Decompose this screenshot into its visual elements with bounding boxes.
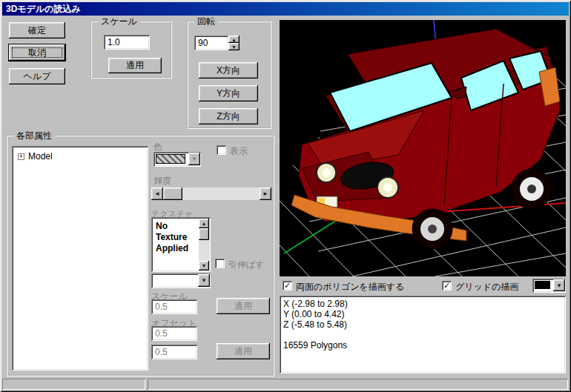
titlebar[interactable]: 3Dモデルの読込み [2, 2, 569, 16]
brightness-label: 輝度 [154, 175, 171, 187]
info-polygon-count: 16559 Polygons [283, 340, 562, 351]
tree-item-label: Model [28, 151, 53, 162]
checkmark-icon: ✓ [443, 281, 450, 290]
car-front-wheel [412, 209, 452, 249]
texture-scrollbar[interactable]: ▲ ▼ [199, 219, 209, 270]
chevron-down-icon: ▼ [556, 282, 562, 289]
tree-expand-icon[interactable]: + [18, 153, 24, 160]
grid-color-dropdown-button[interactable]: ▼ [553, 279, 565, 291]
rotate-z-button[interactable]: Z方向 [199, 108, 258, 124]
scroll-left-icon: ◄ [154, 190, 160, 197]
grid-color-swatch [535, 281, 550, 289]
tree-item-model[interactable]: + Model [18, 151, 53, 162]
attributes-group-title: 各部属性 [13, 130, 55, 142]
info-y-range: Y (0.00 to 4.42) [283, 309, 562, 319]
viewport-canvas [280, 20, 566, 276]
scroll-right-icon: ► [263, 190, 268, 197]
both-faces-checkbox[interactable]: ✓ [283, 281, 292, 290]
chevron-down-icon: ▼ [201, 277, 207, 284]
brightness-scrollbar[interactable]: ◄ ► [151, 187, 271, 200]
color-dropdown[interactable]: ▼ [154, 152, 201, 167]
rotate-spin-up-button[interactable]: ▲ [228, 36, 240, 43]
confirm-button[interactable]: 確定 [9, 22, 65, 39]
grid-color-dropdown[interactable]: ▼ [532, 279, 566, 293]
rotate-angle-input[interactable] [194, 36, 228, 50]
draw-grid-checkbox[interactable]: ✓ [442, 281, 452, 290]
statusbar-right [148, 379, 568, 390]
scroll-right-button[interactable]: ► [260, 187, 271, 200]
rotate-y-button[interactable]: Y方向 [199, 85, 258, 102]
scroll-up-icon: ▲ [202, 221, 207, 226]
both-faces-checkbox-label: 両面のポリゴンを描画する [296, 281, 404, 293]
scale-group-title: スケール [98, 16, 140, 28]
dialog-3d-model-load: { "window": { "title": "3Dモデルの読込み" }, "a… [0, 0, 571, 392]
window-title: 3Dモデルの読込み [6, 4, 81, 14]
texture-scrollbar-thumb[interactable] [199, 228, 209, 240]
color-swatch [156, 154, 185, 164]
texture-box[interactable]: No Texture Applied ▲ ▼ [151, 217, 211, 272]
scroll-up-button[interactable]: ▲ [199, 219, 209, 228]
rotate-group-title: 回転 [194, 16, 218, 28]
info-spacer [283, 330, 562, 340]
model-tree[interactable]: + Model [12, 146, 148, 371]
help-button[interactable]: ヘルプ [9, 68, 65, 84]
show-checkbox-label: 表示 [230, 145, 248, 158]
draw-grid-checkbox-label: グリッドの描画 [455, 281, 518, 293]
scale-input[interactable] [104, 35, 150, 50]
scroll-down-button[interactable]: ▼ [199, 261, 209, 270]
stretch-checkbox-label: 引伸ばす [228, 259, 265, 271]
scroll-left-button[interactable]: ◄ [151, 187, 163, 200]
color-dropdown-button[interactable]: ▼ [188, 153, 200, 165]
stretch-checkbox[interactable] [215, 259, 225, 268]
cancel-button[interactable]: 取消 [9, 44, 65, 61]
brightness-scrollbar-thumb[interactable] [163, 187, 182, 200]
info-x-range: X (-2.98 to 2.98) [283, 299, 562, 309]
rotate-spin-down-button[interactable]: ▼ [228, 43, 240, 50]
texture-dropdown[interactable]: ▼ [151, 273, 211, 288]
statusbar-left [2, 379, 145, 390]
texture-dropdown-button[interactable]: ▼ [198, 274, 210, 287]
offset-input-2[interactable] [151, 345, 197, 359]
offset-input-1[interactable] [151, 326, 197, 341]
info-z-range: Z (-5.48 to 5.48) [283, 319, 562, 330]
chevron-down-icon: ▼ [191, 156, 197, 162]
show-checkbox[interactable] [217, 145, 226, 155]
spinner-down-icon: ▼ [231, 44, 237, 50]
offset-apply-button[interactable]: 適用 [217, 343, 270, 359]
spinner-up-icon: ▲ [231, 37, 237, 42]
checkmark-icon: ✓ [284, 281, 291, 290]
rotate-x-button[interactable]: X方向 [199, 62, 258, 79]
texture-scale-apply-button[interactable]: 適用 [217, 298, 270, 314]
texture-scale-input[interactable] [151, 299, 197, 314]
car-rear-wheel [512, 169, 552, 209]
scale-apply-button[interactable]: 適用 [108, 58, 162, 73]
viewport-3d[interactable] [280, 20, 566, 276]
model-info-panel: X (-2.98 to 2.98) Y (0.00 to 4.42) Z (-5… [280, 296, 566, 373]
scroll-down-icon: ▼ [202, 263, 207, 268]
